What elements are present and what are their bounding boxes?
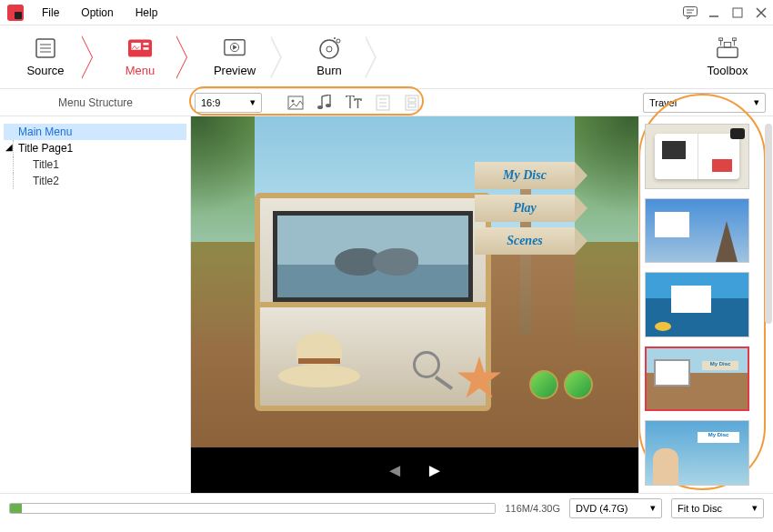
step-toolbox[interactable]: Toolbox	[691, 36, 764, 77]
sunglasses-decoration	[529, 370, 593, 402]
preview-pane: My Disc Play Scenes ◄ ►	[191, 116, 638, 493]
burn-icon	[317, 36, 341, 60]
menu-file[interactable]: File	[31, 0, 70, 25]
step-preview[interactable]: Preview	[198, 36, 271, 77]
template-thumb-selected[interactable]: My Disc	[645, 346, 749, 412]
next-page-button[interactable]: ►	[426, 460, 444, 481]
template-list: My Disc My Disc	[638, 116, 773, 493]
template-category-value: Travel	[649, 97, 677, 108]
svg-rect-14	[143, 47, 148, 50]
step-source[interactable]: Source	[9, 36, 82, 77]
prev-page-button[interactable]: ◄	[386, 460, 404, 481]
arrow-sep	[82, 35, 104, 80]
svg-rect-39	[408, 104, 416, 107]
chevron-down-icon: ▾	[752, 502, 758, 514]
minimize-button[interactable]	[702, 0, 726, 25]
fit-value: Fit to Disc	[678, 503, 722, 514]
preview-icon	[223, 36, 246, 60]
workflow-nav: Source Menu Preview Burn Toolbox	[0, 25, 773, 89]
palm-decoration	[191, 116, 255, 353]
svg-point-20	[336, 39, 340, 43]
menu-title-button[interactable]: My Disc	[475, 162, 575, 189]
feedback-icon[interactable]	[678, 0, 702, 25]
button-icon[interactable]	[404, 95, 420, 111]
step-menu[interactable]: Menu	[104, 36, 176, 77]
arrow-sep	[271, 35, 293, 80]
tree-title-page[interactable]: ◢Title Page1	[4, 140, 186, 156]
disc-usage-text: 116M/4.30G	[505, 503, 560, 514]
app-logo	[7, 5, 24, 21]
step-burn-label: Burn	[316, 64, 341, 77]
menu-scenes-button[interactable]: Scenes	[475, 227, 575, 255]
svg-rect-0	[684, 6, 698, 15]
svg-marker-17	[233, 45, 237, 50]
video-thumbnail[interactable]	[273, 211, 473, 302]
template-thumb[interactable]	[645, 124, 749, 189]
svg-rect-23	[724, 43, 730, 48]
main-area: Main Menu ◢Title Page1 Title1 Title2	[0, 116, 773, 493]
chapter-icon[interactable]	[375, 95, 391, 111]
menu-help[interactable]: Help	[125, 0, 169, 25]
expand-icon[interactable]: ◢	[5, 142, 13, 152]
menu-canvas[interactable]: My Disc Play Scenes	[191, 116, 638, 447]
image-icon[interactable]	[287, 95, 304, 111]
step-preview-label: Preview	[214, 64, 256, 77]
toolbox-icon	[716, 36, 739, 60]
step-burn[interactable]: Burn	[293, 36, 366, 77]
step-toolbox-label: Toolbox	[708, 64, 748, 77]
scrollbar-thumb[interactable]	[765, 124, 772, 324]
chevron-down-icon: ▾	[754, 96, 759, 108]
template-thumb[interactable]	[645, 198, 749, 264]
menu-structure-label: Menu Structure	[0, 96, 191, 109]
page-nav: ◄ ►	[191, 447, 638, 493]
svg-rect-37	[406, 95, 418, 110]
step-source-label: Source	[26, 64, 64, 77]
svg-point-19	[326, 46, 332, 52]
menu-play-button[interactable]: Play	[475, 195, 575, 222]
template-thumb[interactable]	[645, 272, 749, 337]
menu-tree: Main Menu ◢Title Page1 Title1 Title2	[0, 116, 191, 493]
suitcase-graphic	[255, 193, 491, 411]
menu-icon	[128, 36, 152, 60]
svg-rect-13	[143, 43, 148, 45]
aspect-ratio-select[interactable]: 16:9 ▾	[195, 93, 262, 113]
disc-type-select[interactable]: DVD (4.7G) ▾	[569, 498, 662, 518]
template-thumb[interactable]: My Disc	[645, 420, 749, 486]
close-button[interactable]	[749, 0, 773, 25]
tree-main-menu[interactable]: Main Menu	[4, 124, 186, 140]
chevron-down-icon: ▾	[250, 96, 256, 108]
menu-option[interactable]: Option	[70, 0, 124, 25]
disc-type-value: DVD (4.7G)	[576, 503, 627, 514]
aspect-ratio-value: 16:9	[201, 97, 220, 108]
step-menu-label: Menu	[125, 64, 156, 77]
chevron-down-icon: ▾	[650, 502, 656, 514]
disc-usage-bar	[9, 503, 496, 514]
source-icon	[34, 36, 57, 60]
toolbar-icons	[287, 95, 420, 111]
arrow-sep	[176, 35, 198, 80]
menu-signs: My Disc Play Scenes	[475, 162, 575, 260]
music-icon[interactable]	[316, 95, 333, 111]
svg-rect-26	[719, 38, 723, 41]
maximize-button[interactable]	[726, 0, 749, 25]
svg-point-29	[292, 99, 295, 102]
arrow-sep	[366, 35, 387, 80]
text-icon[interactable]	[346, 95, 362, 111]
svg-point-18	[320, 40, 338, 58]
status-bar: 116M/4.30G DVD (4.7G) ▾ Fit to Disc ▾	[0, 493, 773, 522]
tree-title1[interactable]: Title1	[4, 156, 186, 173]
template-category-select[interactable]: Travel ▾	[643, 93, 766, 113]
svg-rect-22	[718, 47, 738, 57]
fit-select[interactable]: Fit to Disc ▾	[671, 498, 764, 518]
tree-title2[interactable]: Title2	[4, 173, 186, 189]
svg-rect-4	[733, 8, 742, 17]
svg-point-31	[326, 104, 331, 107]
svg-rect-38	[408, 98, 416, 102]
titlebar: File Option Help	[0, 0, 773, 25]
svg-point-21	[334, 37, 336, 39]
tool-row: Menu Structure 16:9 ▾ Travel ▾	[0, 89, 773, 116]
svg-rect-27	[733, 38, 737, 41]
